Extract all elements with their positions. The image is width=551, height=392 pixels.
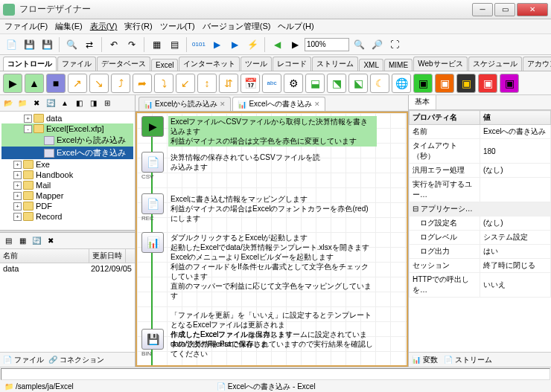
save-button[interactable]: 💾: [21, 36, 37, 53]
prop-value[interactable]: いいえ: [480, 273, 551, 298]
project-tree[interactable]: +data-Excel[Excel.xfp]Excelから読み込みExcelへの…: [0, 112, 135, 230]
node-icon[interactable]: 💾: [141, 329, 164, 350]
canvas-tab[interactable]: 📊Excelから読み込み✕: [138, 97, 231, 111]
new-button[interactable]: 📄: [3, 36, 19, 53]
zoom-input[interactable]: [305, 38, 349, 51]
flow-node[interactable]: 📄RECExcelに書き込む情報をマッピングします利益がマイナスの場合はExce…: [141, 193, 377, 224]
category-tab-4[interactable]: インターネット: [179, 57, 240, 71]
fit-button[interactable]: ⛶: [386, 36, 403, 53]
comp-calendar-icon[interactable]: 📅: [241, 74, 260, 93]
menu-version[interactable]: バージョン管理(S): [203, 21, 271, 32]
back-button[interactable]: ◀: [269, 36, 285, 53]
tree-item[interactable]: +Mapper: [1, 190, 133, 201]
saveall-button[interactable]: 💾: [39, 36, 55, 53]
run-button[interactable]: ▶: [208, 36, 225, 53]
comp-box3-icon[interactable]: ▣: [456, 74, 476, 93]
tree-expander-icon[interactable]: +: [13, 161, 22, 169]
category-tab-12[interactable]: アカウント: [523, 57, 551, 71]
tree-item[interactable]: +Handbook: [1, 170, 133, 180]
prop-group[interactable]: ⊟ アプリケーシ…: [410, 202, 551, 216]
category-tab-5[interactable]: ツール: [241, 57, 272, 71]
category-tab-3[interactable]: Excel: [151, 59, 178, 71]
prop-value[interactable]: 180: [480, 139, 551, 164]
tree-expander-icon[interactable]: -: [24, 125, 32, 133]
tree-item[interactable]: +PDF: [1, 201, 133, 211]
tab-file[interactable]: 📄 ファイル: [3, 355, 44, 365]
tree-item[interactable]: Excelへの書き込み: [1, 147, 133, 159]
prop-value[interactable]: システム設定: [480, 231, 551, 245]
tree-item[interactable]: +data: [1, 113, 133, 123]
proj-del-icon[interactable]: ✖: [30, 97, 43, 110]
prop-value[interactable]: [480, 178, 551, 202]
flow-node[interactable]: 💾BIN作成したExcelファイルを保存しますdata/決算情報.xlsxに保存…: [141, 329, 377, 359]
prop-value[interactable]: (なし): [480, 164, 551, 178]
fl-view2-icon[interactable]: ▦: [16, 234, 29, 248]
node-icon[interactable]: 📄: [141, 193, 164, 214]
prop-value[interactable]: Excelへの書き込み: [480, 125, 551, 139]
flow-node[interactable]: ▶ExcelファイルへCSVファイルから取得した決算情報を書き込みます利益がマイ…: [141, 116, 377, 147]
menu-run[interactable]: 実行(R): [124, 21, 152, 32]
proj-refresh-icon[interactable]: 🔄: [44, 97, 57, 110]
prop-value[interactable]: はい: [480, 245, 551, 259]
category-tab-9[interactable]: MIME: [384, 59, 413, 71]
close-tab-icon[interactable]: ✕: [220, 100, 226, 108]
search-button[interactable]: 🔍: [63, 36, 80, 53]
category-tab-8[interactable]: XML: [359, 59, 383, 71]
comp-gear-icon[interactable]: ⚙: [284, 74, 303, 93]
comp-flow2-icon[interactable]: ⬔: [327, 74, 346, 93]
comp-arrow4-icon[interactable]: ➦: [133, 74, 152, 93]
zoomout-button[interactable]: 🔍: [351, 36, 367, 53]
comp-arrow2-icon[interactable]: ↘: [89, 74, 109, 93]
menu-file[interactable]: ファイル(F): [4, 21, 48, 32]
tab-variables[interactable]: 📊 変数: [412, 355, 438, 365]
tree-item[interactable]: +Record: [1, 211, 133, 222]
menu-edit[interactable]: 編集(E): [55, 21, 83, 32]
tree-item[interactable]: +Exe: [1, 159, 133, 170]
comp-abc-icon[interactable]: abc: [262, 74, 281, 93]
category-tab-10[interactable]: Webサービス: [413, 57, 467, 71]
tree-expander-icon[interactable]: +: [13, 192, 22, 200]
proj-opt1-icon[interactable]: ◧: [72, 97, 86, 110]
comp-stop-icon[interactable]: ■: [46, 74, 66, 93]
flow-canvas[interactable]: ▶ExcelファイルへCSVファイルから取得した決算情報を書き込みます利益がマイ…: [136, 112, 408, 367]
node-icon[interactable]: 📊: [141, 232, 164, 253]
align-button[interactable]: ▤: [166, 36, 182, 53]
comp-globe-icon[interactable]: 🌐: [392, 74, 411, 93]
fl-del-icon[interactable]: ✖: [44, 234, 57, 248]
menu-view[interactable]: 表示(V): [90, 21, 118, 32]
comp-flow1-icon[interactable]: ⬓: [305, 74, 325, 93]
comp-flow3-icon[interactable]: ⬕: [348, 74, 368, 93]
filelist-body[interactable]: data 2012/09/05: [0, 263, 135, 352]
comp-start-icon[interactable]: ▶: [3, 74, 22, 93]
undo-button[interactable]: ↶: [106, 36, 122, 53]
tab-stream[interactable]: 📄 ストリーム: [444, 355, 492, 365]
comp-moon-icon[interactable]: ☾: [370, 74, 389, 93]
filelist-row[interactable]: data 2012/09/05: [0, 263, 135, 274]
toggle-button[interactable]: ⇄: [81, 36, 98, 53]
comp-box2-icon[interactable]: ▣: [435, 74, 454, 93]
redo-button[interactable]: ↷: [124, 36, 140, 53]
col-name[interactable]: 名前: [0, 249, 89, 263]
comp-arrow8-icon[interactable]: ⇵: [219, 74, 238, 93]
zoomin-button[interactable]: 🔎: [369, 36, 385, 53]
comp-box5-icon[interactable]: ▣: [500, 74, 519, 93]
category-tab-11[interactable]: スケジュール: [468, 57, 522, 71]
tree-item[interactable]: +Mail: [1, 180, 133, 190]
tree-item[interactable]: Excelから読み込み: [1, 134, 133, 147]
proj-opt3-icon[interactable]: ⊞: [101, 97, 114, 110]
node-icon[interactable]: ▶: [141, 116, 164, 137]
comp-arrow3-icon[interactable]: ⤴: [111, 74, 130, 93]
proj-open-icon[interactable]: 📂: [1, 97, 15, 110]
tree-expander-icon[interactable]: +: [13, 213, 22, 221]
node-icon[interactable]: 📄: [141, 152, 164, 173]
tab-connection[interactable]: 🔗 コネクション: [48, 355, 104, 365]
category-tab-7[interactable]: ストリーム: [312, 57, 358, 71]
minimize-button[interactable]: ─: [472, 3, 493, 16]
menu-tool[interactable]: ツール(T): [160, 21, 195, 32]
tree-item[interactable]: -Excel[Excel.xfp]: [1, 123, 133, 134]
comp-arrow7-icon[interactable]: ↕: [197, 74, 217, 93]
comp-arrow1-icon[interactable]: ↗: [68, 74, 87, 93]
forward-button[interactable]: ▶: [287, 36, 303, 53]
proj-up-icon[interactable]: ▲: [58, 97, 71, 110]
binary-button[interactable]: 0101: [191, 36, 207, 53]
